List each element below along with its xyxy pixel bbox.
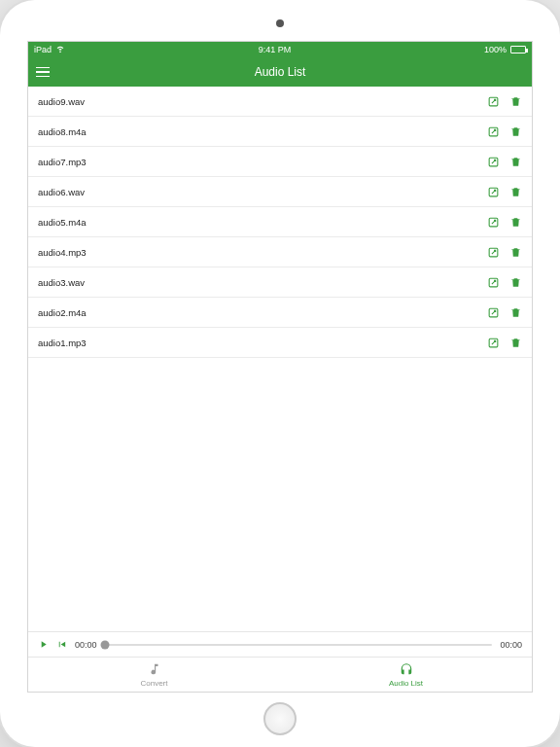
- player-bar: 00:00 00:00: [28, 631, 532, 657]
- file-name: audio5.m4a: [38, 217, 487, 228]
- trash-icon[interactable]: [509, 337, 522, 349]
- trash-icon[interactable]: [509, 95, 522, 108]
- trash-icon[interactable]: [509, 276, 522, 289]
- seek-slider[interactable]: [105, 644, 493, 646]
- audio-row[interactable]: audio5.m4a: [28, 207, 532, 237]
- battery-icon: [510, 46, 526, 53]
- nav-header: Audio List: [28, 57, 532, 87]
- home-button[interactable]: [263, 702, 297, 735]
- edit-icon[interactable]: [487, 306, 500, 319]
- page-title: Audio List: [255, 65, 306, 79]
- edit-icon[interactable]: [487, 216, 500, 229]
- prev-button[interactable]: [56, 639, 67, 650]
- audio-row[interactable]: audio9.wav: [28, 87, 532, 117]
- file-name: audio8.m4a: [38, 126, 487, 137]
- tab-convert[interactable]: Convert: [28, 658, 280, 692]
- file-name: audio4.mp3: [38, 247, 487, 258]
- edit-icon[interactable]: [487, 156, 500, 168]
- wifi-icon: [55, 44, 65, 55]
- audio-row[interactable]: audio6.wav: [28, 177, 532, 207]
- file-name: audio2.m4a: [38, 307, 487, 318]
- trash-icon[interactable]: [509, 186, 522, 198]
- clock-label: 9:41 PM: [259, 45, 292, 54]
- edit-icon[interactable]: [487, 276, 500, 289]
- edit-icon[interactable]: [487, 186, 500, 198]
- trash-icon[interactable]: [509, 156, 522, 168]
- tab-audio-list[interactable]: Audio List: [280, 658, 532, 692]
- tab-convert-label: Convert: [140, 679, 167, 688]
- trash-icon[interactable]: [509, 125, 522, 138]
- battery-percent: 100%: [484, 45, 507, 54]
- file-name: audio1.mp3: [38, 338, 487, 348]
- audio-row[interactable]: audio7.mp3: [28, 147, 532, 177]
- file-name: audio3.wav: [38, 277, 487, 288]
- seek-thumb[interactable]: [100, 640, 109, 649]
- edit-icon[interactable]: [487, 246, 500, 259]
- edit-icon[interactable]: [487, 95, 500, 108]
- menu-button[interactable]: [36, 57, 59, 87]
- tab-audio-list-label: Audio List: [389, 679, 423, 688]
- screen: iPad 9:41 PM 100% Audio List audio9.wava…: [27, 41, 533, 693]
- music-note-icon: [148, 662, 161, 678]
- play-button[interactable]: [38, 639, 49, 650]
- edit-icon[interactable]: [487, 337, 500, 349]
- trash-icon[interactable]: [509, 246, 522, 259]
- carrier-label: iPad: [34, 45, 52, 54]
- remaining-time: 00:00: [500, 640, 522, 650]
- audio-row[interactable]: audio2.m4a: [28, 298, 532, 328]
- audio-list[interactable]: audio9.wavaudio8.m4aaudio7.mp3audio6.wav…: [28, 87, 532, 631]
- audio-row[interactable]: audio8.m4a: [28, 117, 532, 147]
- file-name: audio6.wav: [38, 187, 487, 197]
- file-name: audio7.mp3: [38, 157, 487, 167]
- audio-row[interactable]: audio1.mp3: [28, 328, 532, 358]
- ipad-frame: iPad 9:41 PM 100% Audio List audio9.wava…: [0, 0, 560, 747]
- trash-icon[interactable]: [509, 306, 522, 319]
- audio-row[interactable]: audio4.mp3: [28, 237, 532, 267]
- status-bar: iPad 9:41 PM 100%: [28, 42, 532, 57]
- device-camera: [276, 19, 284, 27]
- headphones-icon: [400, 662, 413, 678]
- audio-row[interactable]: audio3.wav: [28, 267, 532, 298]
- elapsed-time: 00:00: [75, 640, 97, 650]
- edit-icon[interactable]: [487, 125, 500, 138]
- trash-icon[interactable]: [509, 216, 522, 229]
- tab-bar: Convert Audio List: [28, 657, 532, 692]
- file-name: audio9.wav: [38, 96, 487, 107]
